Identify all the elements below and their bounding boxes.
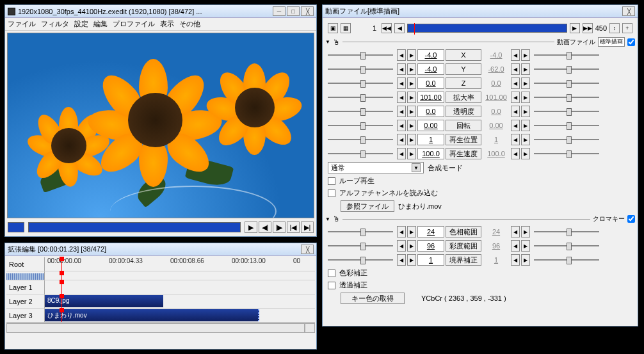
tl-root-label[interactable]: Root <box>6 257 45 271</box>
param-value-right[interactable]: 100.0 <box>483 148 510 159</box>
param-value-left[interactable]: 1 <box>417 134 444 145</box>
zoom-vert-button[interactable]: ↕ <box>609 23 620 33</box>
param-value-left[interactable]: 0.00 <box>417 120 444 131</box>
spin-up-button[interactable]: ▶ <box>407 226 416 237</box>
spin-up-button[interactable]: ▶ <box>407 120 416 131</box>
spin-up-button[interactable]: ▶ <box>407 92 416 103</box>
goto-start-button[interactable]: |◀ <box>287 221 300 233</box>
step-fwd-button[interactable]: |▶ <box>273 221 286 233</box>
tl-layer2-track[interactable]: 8C9.jpg <box>45 294 315 308</box>
param-value-left[interactable]: 24 <box>417 226 444 237</box>
param-value-right[interactable]: -62.0 <box>483 63 510 75</box>
param-slider-right[interactable] <box>531 79 602 88</box>
spin-down-button[interactable]: ◀ <box>397 254 406 266</box>
param-slider-right[interactable] <box>531 255 602 264</box>
param-slider-left[interactable] <box>325 51 396 60</box>
section1-enable-checkbox[interactable] <box>627 38 635 46</box>
spin-up-button[interactable]: ▶ <box>521 148 530 159</box>
param-value-right[interactable]: 0.00 <box>483 120 510 131</box>
spin-down-button[interactable]: ◀ <box>397 148 406 159</box>
goto-end-button[interactable]: ▶| <box>301 221 314 233</box>
spin-up-button[interactable]: ▶ <box>521 77 530 89</box>
prop-close-button[interactable]: ╳ <box>622 6 635 16</box>
param-value-right[interactable]: 1 <box>483 134 510 145</box>
param-value-left[interactable]: 101.00 <box>417 92 444 103</box>
param-value-right[interactable]: 0.0 <box>483 77 510 89</box>
spin-up-button[interactable]: ▶ <box>521 49 530 61</box>
param-name-button[interactable]: 再生位置 <box>446 134 481 145</box>
param-slider-left[interactable] <box>325 107 396 116</box>
timeline-close-button[interactable]: ╳ <box>301 245 314 254</box>
alpha-checkbox[interactable] <box>328 189 335 197</box>
timeline-playhead[interactable] <box>61 271 62 280</box>
dropdown-arrow-icon[interactable]: ▼ <box>412 163 421 172</box>
spin-down-button[interactable]: ◀ <box>511 92 520 103</box>
tl-layer2-label[interactable]: Layer 2 <box>6 294 45 308</box>
param-slider-right[interactable] <box>531 107 602 116</box>
prop-titlebar[interactable]: 動画ファイル[標準描画] ╳ <box>323 5 638 18</box>
param-slider-left[interactable] <box>325 121 396 130</box>
timeline-playhead[interactable] <box>61 280 62 294</box>
grid-icon[interactable]: ▦ <box>341 23 351 33</box>
spin-up-button[interactable]: ▶ <box>521 254 530 266</box>
spin-up-button[interactable]: ▶ <box>521 120 530 131</box>
spin-down-button[interactable]: ◀ <box>511 134 520 145</box>
param-slider-left[interactable] <box>325 135 396 144</box>
param-slider-right[interactable] <box>531 135 602 144</box>
param-value-left[interactable]: 100.0 <box>417 148 444 159</box>
section1-header[interactable]: ▼ 🖱 動画ファイル 標準描画 <box>325 36 635 48</box>
param-value-left[interactable]: -4.0 <box>417 49 444 61</box>
trans-corr-checkbox[interactable] <box>328 282 335 289</box>
param-value-right[interactable]: 96 <box>483 240 510 252</box>
menu-view[interactable]: 表示 <box>160 19 174 29</box>
frame-prev-button[interactable]: ◀ <box>394 23 405 33</box>
menu-settings[interactable]: 設定 <box>74 19 88 29</box>
tl-layer3-track[interactable]: ひまわり.mov <box>45 309 315 322</box>
param-value-right[interactable]: 0.0 <box>483 106 510 117</box>
main-titlebar[interactable]: 1920x1080_30fps_44100Hz.exedit (1920,108… <box>5 5 316 18</box>
timeline-playhead[interactable] <box>61 309 62 322</box>
param-name-button[interactable]: X <box>446 49 481 61</box>
param-slider-right[interactable] <box>531 227 602 236</box>
spin-up-button[interactable]: ▶ <box>407 49 416 61</box>
param-value-left[interactable]: 96 <box>417 240 444 252</box>
spin-down-button[interactable]: ◀ <box>511 226 520 237</box>
menu-file[interactable]: ファイル <box>8 19 36 29</box>
param-slider-right[interactable] <box>531 93 602 102</box>
spin-up-button[interactable]: ▶ <box>407 63 416 75</box>
param-slider-left[interactable] <box>325 79 396 88</box>
spin-up-button[interactable]: ▶ <box>407 77 416 89</box>
param-value-right[interactable]: 24 <box>483 226 510 237</box>
key-color-button[interactable]: キー色の取得 <box>341 293 405 304</box>
spin-up-button[interactable]: ▶ <box>407 106 416 117</box>
step-back-button[interactable]: ◀| <box>259 221 271 233</box>
spin-up-button[interactable]: ▶ <box>407 134 416 145</box>
spin-up-button[interactable]: ▶ <box>521 92 530 103</box>
param-name-button[interactable]: Y <box>446 63 481 75</box>
param-value-left[interactable]: 1 <box>417 254 444 266</box>
param-value-right[interactable]: 101.00 <box>483 92 510 103</box>
param-value-right[interactable]: -4.0 <box>483 49 510 61</box>
param-slider-right[interactable] <box>531 121 602 130</box>
spin-down-button[interactable]: ◀ <box>511 63 520 75</box>
spin-down-button[interactable]: ◀ <box>397 134 406 145</box>
spin-down-button[interactable]: ◀ <box>397 106 406 117</box>
spin-up-button[interactable]: ▶ <box>407 240 416 252</box>
spin-down-button[interactable]: ◀ <box>397 226 406 237</box>
param-slider-left[interactable] <box>325 93 396 102</box>
spin-up-button[interactable]: ▶ <box>521 134 530 145</box>
spin-down-button[interactable]: ◀ <box>397 240 406 252</box>
maximize-button[interactable]: □ <box>287 6 300 16</box>
loop-checkbox[interactable] <box>328 177 335 185</box>
tl-scale-track[interactable] <box>45 271 315 280</box>
spin-down-button[interactable]: ◀ <box>511 77 520 89</box>
param-name-button[interactable]: 回転 <box>446 120 481 131</box>
minimize-button[interactable]: ─ <box>273 6 286 16</box>
tl-layer1-label[interactable]: Layer 1 <box>6 280 45 294</box>
collapse-icon[interactable]: ▼ <box>325 39 330 45</box>
h-scrollbar[interactable] <box>6 323 305 333</box>
param-slider-left[interactable] <box>325 65 396 74</box>
param-value-left[interactable]: 0.0 <box>417 106 444 117</box>
param-slider-left[interactable] <box>325 149 396 158</box>
tl-layer3-label[interactable]: Layer 3 <box>6 309 45 322</box>
